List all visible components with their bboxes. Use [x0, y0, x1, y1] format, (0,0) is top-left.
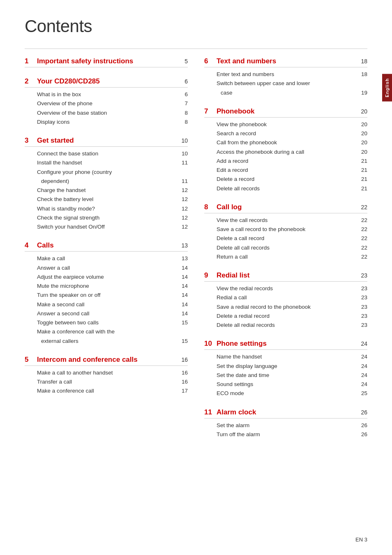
- entry: Add a record21: [204, 157, 367, 166]
- entry-text: Make a call to another handset: [37, 369, 178, 377]
- entry-text: Check the battery level: [37, 195, 178, 204]
- entry-page: 24: [361, 372, 367, 378]
- entry: Mute the microphone14: [25, 282, 188, 291]
- entry: Delete all redial records23: [204, 321, 367, 330]
- page: English Contents 1Important safety instr…: [0, 0, 392, 555]
- section-5: 5Intercom and conference calls16Make a c…: [25, 356, 188, 396]
- entry: Delete a redial record23: [204, 312, 367, 321]
- section-page-1: 5: [184, 58, 188, 65]
- entry: Make a call to another handset16: [25, 368, 188, 377]
- entry-text: Redial a call: [217, 294, 357, 302]
- entry-text: Add a record: [217, 157, 357, 165]
- section-header-1: 1Important safety instructions5: [25, 57, 188, 67]
- entry-page: 23: [361, 313, 367, 319]
- entry-text: Make a conference call: [37, 387, 178, 395]
- entry-page: 12: [182, 187, 188, 193]
- entry: Turn off the alarm26: [204, 430, 367, 439]
- entry-page: 21: [361, 167, 367, 173]
- entry-text: Answer a call: [37, 264, 178, 272]
- entry-text: Answer a second call: [37, 310, 178, 318]
- left-column: 1Important safety instructions52Your CD2…: [25, 57, 188, 449]
- entry: Switch between upper case and lower: [204, 79, 367, 88]
- section-page-5: 16: [181, 356, 188, 363]
- entry-text: Transfer a call: [37, 378, 178, 386]
- section-number-7: 7: [204, 107, 212, 116]
- entry-text: Set the date and time: [217, 371, 357, 379]
- section-number-4: 4: [25, 241, 33, 250]
- entry-text: Mute the microphone: [37, 282, 178, 290]
- entry-text: Adjust the earpiece volume: [37, 273, 178, 281]
- entry: Delete a call record22: [204, 234, 367, 243]
- section-header-5: 5Intercom and conference calls16: [25, 356, 188, 366]
- section-page-8: 22: [361, 204, 367, 210]
- entry: Overview of the phone7: [25, 99, 188, 108]
- entry: Make a call13: [25, 254, 188, 263]
- entry-page: 20: [361, 139, 367, 146]
- entry-text: Save a redial record to the phonebook: [217, 303, 357, 311]
- entry: Delete a record21: [204, 175, 367, 184]
- entry-page: 20: [361, 149, 367, 155]
- entry-page: 26: [361, 422, 367, 428]
- entry-text: Check the signal strength: [37, 214, 178, 222]
- entry-page: 22: [361, 254, 367, 260]
- section-title-6: Text and numbers: [217, 57, 276, 65]
- entry: Configure your phone (country: [25, 168, 188, 177]
- entry: Check the battery level12: [25, 195, 188, 204]
- entry-page: 11: [182, 178, 188, 184]
- entry-text: Install the handset: [37, 159, 178, 167]
- entry: Switch your handset On/Off12: [25, 222, 188, 231]
- section-title-4: Calls: [37, 241, 54, 250]
- entry-text: Delete a call record: [217, 234, 357, 243]
- entry-text: View the phonebook: [217, 120, 357, 129]
- entry-text: Make a call: [37, 254, 178, 263]
- entry-page: 12: [182, 196, 188, 202]
- section-number-5: 5: [25, 356, 33, 364]
- entry-text: Turn off the alarm: [217, 430, 357, 439]
- entry-page: 12: [182, 224, 188, 230]
- entry: Set the display language24: [204, 362, 367, 371]
- section-11: 11Alarm clock26Set the alarm26Turn off t…: [204, 408, 367, 439]
- entry-text: case: [221, 89, 357, 97]
- section-title-11: Alarm clock: [217, 408, 256, 416]
- entry-text: Switch between upper case and lower: [217, 79, 367, 88]
- entry-page: 8: [184, 110, 188, 116]
- entry-text: Overview of the base station: [37, 109, 180, 117]
- entry-text: Access the phonebook during a call: [217, 148, 357, 156]
- entry-text: What is standby mode?: [37, 205, 178, 213]
- section-6: 6Text and numbers18Enter text and number…: [204, 57, 367, 97]
- entry-page: 22: [361, 235, 367, 241]
- entry-page: 12: [182, 206, 188, 212]
- entry-page: 18: [361, 71, 367, 77]
- entry: Overview of the base station8: [25, 109, 188, 118]
- footer: EN 3: [355, 536, 367, 543]
- entry: Check the signal strength12: [25, 213, 188, 222]
- entry: View the call records22: [204, 216, 367, 225]
- entry-page: 8: [184, 119, 188, 125]
- section-header-9: 9Redial list23: [204, 271, 367, 282]
- section-number-2: 2: [25, 77, 33, 86]
- section-number-8: 8: [204, 203, 212, 211]
- section-title-1: Important safety instructions: [37, 57, 133, 65]
- entry: Adjust the earpiece volume14: [25, 273, 188, 282]
- entry-page: 15: [182, 338, 188, 344]
- entry-text: Set the alarm: [217, 421, 357, 430]
- entry-text: Toggle between two calls: [37, 319, 178, 327]
- entry: Make a second call14: [25, 300, 188, 309]
- section-header-6: 6Text and numbers18: [204, 57, 367, 67]
- entry-page: 24: [361, 363, 367, 369]
- section-page-7: 20: [361, 108, 367, 115]
- entry-page: 17: [182, 388, 188, 394]
- section-10: 10Phone settings24Name the handset24Set …: [204, 340, 367, 398]
- entry-page: 11: [182, 160, 188, 166]
- entry: dependent)11: [25, 177, 188, 186]
- entry-text: Delete a redial record: [217, 312, 357, 320]
- section-4: 4Calls13Make a call13Answer a call14Adju…: [25, 241, 188, 346]
- entry-page: 23: [361, 322, 367, 328]
- entry-text: Save a call record to the phonebook: [217, 225, 357, 234]
- language-tab: English: [382, 74, 392, 102]
- entry-page: 6: [184, 91, 188, 97]
- right-column: 6Text and numbers18Enter text and number…: [204, 57, 367, 449]
- entry: What is standby mode?12: [25, 204, 188, 213]
- section-8: 8Call log22View the call records22Save a…: [204, 203, 367, 261]
- section-title-8: Call log: [217, 203, 242, 211]
